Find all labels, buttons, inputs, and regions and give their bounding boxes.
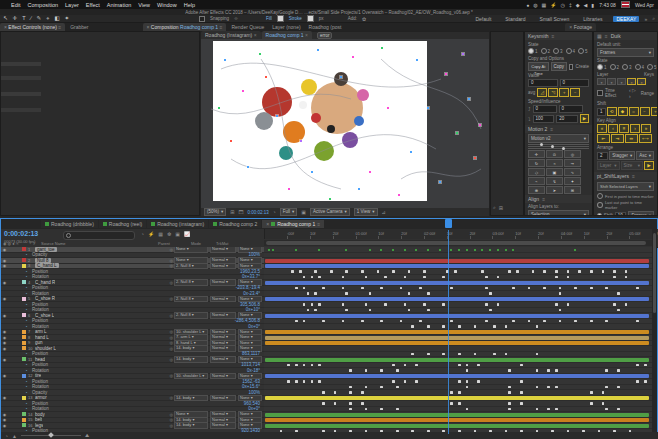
label-color-chip[interactable] — [22, 280, 26, 284]
keyframe[interactable] — [555, 303, 558, 306]
keyframe[interactable] — [567, 270, 570, 273]
close-icon[interactable]: × — [304, 32, 308, 38]
keyframe[interactable] — [547, 408, 550, 411]
keyframe[interactable] — [520, 380, 523, 383]
scrollbar-thumb[interactable] — [653, 233, 656, 313]
keyframe[interactable] — [555, 276, 558, 279]
state-radio-4[interactable]: 4 — [635, 64, 645, 70]
layer-name[interactable]: head — [35, 357, 45, 362]
keyframe[interactable] — [636, 287, 639, 290]
motion-tool-button[interactable]: ▣ — [546, 168, 563, 176]
motion-tool-button[interactable]: ⌁ — [528, 177, 545, 185]
keyframe[interactable] — [547, 386, 550, 389]
keyframe[interactable] — [384, 303, 387, 306]
layer-handle[interactable] — [247, 166, 249, 168]
workspace-deekay[interactable]: DEEKAY — [613, 16, 639, 22]
marker-dot[interactable] — [427, 249, 429, 252]
keyframe[interactable] — [345, 270, 348, 273]
marker-dot[interactable] — [404, 249, 406, 252]
state-radio-3[interactable]: 3 — [553, 48, 563, 54]
visibility-eye-icon[interactable]: ◉ — [1, 329, 8, 334]
motion-slider[interactable] — [528, 144, 589, 145]
keyframe[interactable] — [342, 320, 345, 323]
layer-handle[interactable] — [276, 115, 278, 117]
search-input[interactable] — [63, 231, 135, 240]
align-to-dropdown[interactable]: Selection▾ — [528, 210, 589, 216]
keyframe[interactable] — [408, 309, 411, 312]
layer-name[interactable]: Null 8 — [35, 258, 51, 263]
workspace-default[interactable]: Default — [472, 16, 494, 22]
keyframe[interactable] — [318, 380, 321, 383]
speed-input-3[interactable]: 100 — [533, 115, 555, 123]
keyframe[interactable] — [419, 320, 422, 323]
keyframe[interactable] — [287, 380, 290, 383]
keyframe[interactable] — [361, 402, 364, 405]
keyframe[interactable] — [590, 391, 593, 394]
keyframe[interactable] — [536, 408, 539, 411]
key-align-button[interactable]: ⇤ — [597, 134, 610, 143]
menubar-status-icon[interactable]: ‡ — [569, 2, 572, 8]
copy-at-time-button[interactable]: Copy At Time — [528, 62, 549, 71]
motion-tool-button[interactable]: ⊕ — [528, 186, 545, 194]
timeline-tab-roadhog-comp-2[interactable]: Roadhog comp 2 — [209, 220, 261, 228]
menubar-status-icon[interactable]: ▦ — [542, 2, 547, 8]
shift-input[interactable]: 1 — [597, 108, 606, 116]
motion-tool-button[interactable]: ➤ — [546, 186, 563, 194]
stroke-swatch[interactable] — [307, 15, 314, 22]
keyframe[interactable] — [442, 303, 445, 306]
keyframe[interactable] — [636, 320, 639, 323]
tab-layer[interactable]: Layer (none) — [268, 23, 304, 31]
keyframe[interactable] — [291, 270, 294, 273]
stopwatch-icon[interactable]: ◔ — [25, 362, 32, 367]
keyframe[interactable] — [380, 408, 383, 411]
menubar-status-icon[interactable]: ◷ — [561, 2, 565, 8]
marker-dot[interactable] — [489, 249, 491, 252]
label-color-chip[interactable] — [22, 330, 26, 334]
motion-blur-icon[interactable]: ▦ — [158, 231, 163, 237]
chart-icon[interactable]: 📈 — [184, 231, 190, 237]
label-color-chip[interactable] — [22, 346, 26, 350]
motion-preset-dropdown[interactable]: Motion v2▾ — [528, 134, 589, 143]
keyframe[interactable] — [555, 369, 558, 372]
keyframe[interactable] — [602, 391, 605, 394]
keyframe[interactable] — [613, 270, 616, 273]
layer-name[interactable]: C_hand L — [35, 263, 59, 268]
keyframe[interactable] — [625, 270, 628, 273]
marker-dot[interactable] — [497, 249, 499, 252]
shift-frames-input[interactable]: 10 — [615, 212, 627, 217]
keyframe[interactable] — [392, 270, 395, 273]
keyframe[interactable] — [303, 380, 306, 383]
keyframe[interactable] — [345, 292, 348, 295]
keyboard-flag-icon[interactable] — [621, 1, 630, 8]
label-color-chip[interactable] — [22, 264, 26, 268]
keyframe[interactable] — [536, 325, 539, 328]
layer-handle[interactable] — [381, 47, 383, 49]
keyframe[interactable] — [590, 287, 593, 290]
state-radio-2[interactable]: 2 — [541, 48, 551, 54]
state-radio-4[interactable]: 4 — [566, 48, 576, 54]
keyframe[interactable] — [369, 292, 372, 295]
menu-item-layer[interactable]: Layer — [65, 2, 79, 8]
keyframe[interactable] — [516, 270, 519, 273]
layer-name[interactable]: tire — [35, 373, 41, 378]
keyframe[interactable] — [380, 386, 383, 389]
motion-slider[interactable] — [528, 146, 589, 147]
keyframe[interactable] — [396, 369, 399, 372]
label-color-chip[interactable] — [22, 357, 26, 361]
property-name[interactable]: Rotation — [32, 368, 49, 373]
marker-dot[interactable] — [574, 249, 576, 252]
layer-handle[interactable] — [317, 49, 319, 51]
key-align-button[interactable]: « — [597, 124, 607, 133]
tab-grabber[interactable]: Grabber — [66, 23, 92, 31]
menubar-status-icon[interactable]: ▮ — [591, 2, 594, 8]
range-icons[interactable]: ‹ ▷ › — [629, 87, 639, 99]
close-icon[interactable]: × — [569, 24, 572, 30]
zoom-icon[interactable]: ⌕ — [493, 204, 496, 211]
keyframe[interactable] — [512, 287, 515, 290]
layer-name[interactable]: body — [35, 412, 45, 417]
timeline-tab-roadhog-comp-1[interactable]: ×Roadhog comp 1≡ — [262, 220, 324, 228]
keyframe[interactable] — [322, 402, 325, 405]
stagger-dropdown[interactable]: Stagger▾ — [609, 151, 635, 160]
keyframe[interactable] — [427, 292, 430, 295]
motion-slider[interactable] — [528, 148, 589, 149]
